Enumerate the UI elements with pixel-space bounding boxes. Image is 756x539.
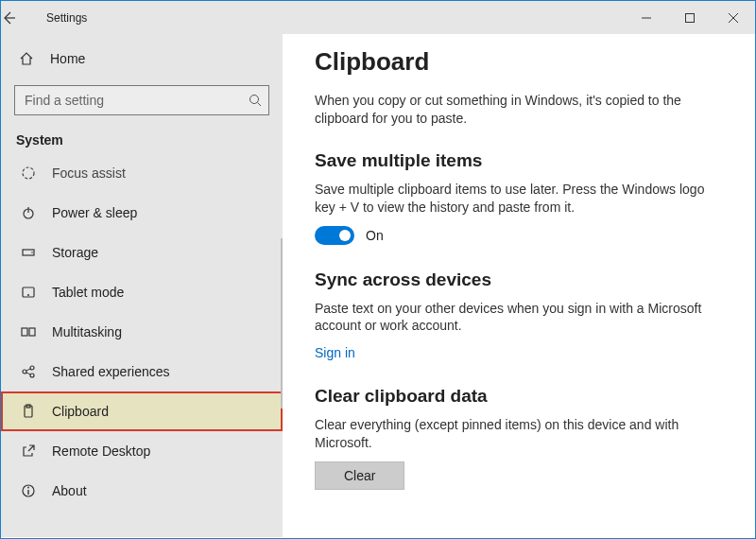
- sidebar-item-about[interactable]: About: [1, 471, 283, 511]
- section-save-multiple: Save multiple items Save multiple clipbo…: [315, 150, 717, 245]
- shared-icon: [18, 364, 39, 379]
- page-intro: When you copy or cut something in Window…: [315, 92, 717, 128]
- sidebar-item-remote-desktop[interactable]: Remote Desktop: [1, 431, 283, 471]
- sidebar-item-power-sleep[interactable]: Power & sleep: [1, 193, 283, 233]
- sign-in-link[interactable]: Sign in: [315, 345, 355, 360]
- svg-point-25: [27, 487, 29, 489]
- svg-point-16: [23, 370, 26, 374]
- sync-heading: Sync across devices: [315, 270, 717, 290]
- sync-desc: Paste text on your other devices when yo…: [315, 300, 717, 336]
- clear-button[interactable]: Clear: [315, 461, 404, 490]
- storage-icon: [18, 245, 39, 260]
- sidebar-item-shared-experiences[interactable]: Shared experiences: [1, 352, 283, 391]
- svg-point-7: [23, 167, 34, 179]
- svg-rect-14: [22, 328, 27, 336]
- clear-heading: Clear clipboard data: [315, 386, 717, 407]
- section-sync: Sync across devices Paste text on your o…: [315, 270, 717, 362]
- section-clear: Clear clipboard data Clear everything (e…: [315, 386, 717, 490]
- sidebar-item-storage[interactable]: Storage: [1, 233, 283, 272]
- save-toggle[interactable]: [315, 226, 354, 245]
- clear-desc: Clear everything (except pinned items) o…: [315, 416, 717, 452]
- save-desc: Save multiple clipboard items to use lat…: [315, 181, 717, 217]
- search-input[interactable]: [14, 85, 269, 115]
- search-icon: [249, 94, 262, 107]
- window-title: Settings: [46, 11, 625, 25]
- power-icon: [18, 205, 39, 220]
- sidebar-home[interactable]: Home: [1, 40, 283, 78]
- sidebar: Home System Focus assist Power & sleep: [1, 34, 283, 537]
- tablet-icon: [18, 285, 39, 300]
- focus-assist-icon: [18, 165, 39, 181]
- save-toggle-state: On: [366, 228, 384, 243]
- sidebar-nav: Focus assist Power & sleep Storage Table…: [1, 153, 283, 511]
- back-button[interactable]: [1, 10, 39, 26]
- svg-rect-15: [29, 328, 35, 336]
- maximize-button[interactable]: [668, 4, 712, 32]
- page-title: Clipboard: [315, 47, 717, 77]
- sidebar-item-multitasking[interactable]: Multitasking: [1, 312, 283, 352]
- minimize-button[interactable]: [625, 4, 668, 32]
- svg-point-18: [30, 374, 34, 377]
- svg-line-6: [258, 103, 262, 107]
- svg-line-20: [26, 373, 30, 374]
- sidebar-item-clipboard[interactable]: Clipboard: [1, 391, 283, 431]
- clipboard-icon: [18, 404, 39, 419]
- close-button[interactable]: [712, 4, 755, 32]
- sidebar-item-tablet-mode[interactable]: Tablet mode: [1, 272, 283, 312]
- sidebar-category: System: [1, 125, 283, 153]
- svg-point-17: [30, 366, 34, 370]
- svg-rect-2: [686, 13, 695, 22]
- home-label: Home: [50, 51, 85, 66]
- multitasking-icon: [18, 324, 39, 339]
- svg-line-19: [26, 369, 30, 371]
- sidebar-item-focus-assist[interactable]: Focus assist: [1, 153, 283, 193]
- svg-point-5: [250, 96, 259, 104]
- save-heading: Save multiple items: [315, 150, 717, 171]
- home-icon: [16, 51, 37, 66]
- svg-point-11: [31, 252, 33, 253]
- remote-desktop-icon: [18, 443, 39, 459]
- content-pane: Clipboard When you copy or cut something…: [283, 34, 755, 537]
- about-icon: [18, 483, 39, 498]
- search-box[interactable]: [14, 85, 269, 115]
